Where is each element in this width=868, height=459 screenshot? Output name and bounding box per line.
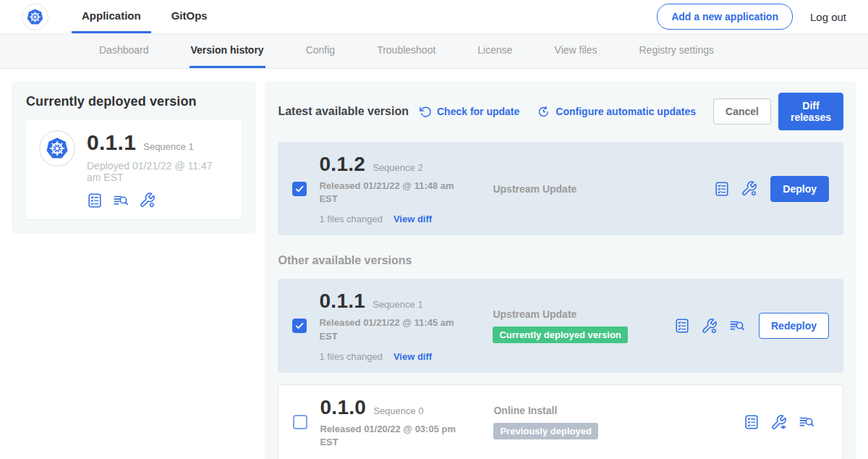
- version-sequence: Sequence 0: [373, 405, 423, 416]
- check-update-icon: [419, 105, 432, 118]
- subnav-tab-view-files[interactable]: View files: [553, 34, 599, 68]
- currently-deployed-badge: Currently deployed version: [493, 327, 627, 343]
- diff-releases-button[interactable]: Diff releases: [778, 93, 843, 130]
- kubernetes-logo: [22, 0, 48, 33]
- version-number: 0.1.0: [320, 396, 366, 419]
- view-config-icon[interactable]: [770, 414, 787, 431]
- deployed-version-sequence: Sequence 1: [143, 141, 193, 152]
- top-tab-gitops[interactable]: GitOps: [161, 0, 218, 33]
- version-sequence: Sequence 1: [373, 299, 422, 310]
- version-row-0-1-0: 0.1.0 Sequence 0 Released 01/20/22 @ 03:…: [278, 384, 843, 459]
- released-timestamp: Released 01/20/22 @ 03:05 pm EST: [320, 423, 456, 449]
- subnav-tab-dashboard[interactable]: Dashboard: [98, 34, 150, 68]
- other-versions-title: Other available versions: [278, 254, 843, 267]
- version-row-0-1-2: 0.1.2 Sequence 2 Released 01/21/22 @ 11:…: [278, 142, 843, 235]
- redeploy-button[interactable]: Redeploy: [759, 313, 829, 339]
- top-nav-tabs: ApplicationGitOps: [72, 0, 228, 33]
- deployed-panel-title: Currently deployed version: [26, 94, 242, 109]
- deployed-version-actions: [87, 192, 229, 209]
- subnav-tab-config[interactable]: Config: [305, 34, 336, 68]
- version-checkbox[interactable]: [293, 415, 307, 429]
- edit-config-icon[interactable]: [741, 180, 757, 197]
- cancel-button[interactable]: Cancel: [713, 98, 771, 125]
- release-notes-icon[interactable]: [112, 193, 129, 209]
- version-number: 0.1.2: [319, 153, 365, 176]
- deploy-button[interactable]: Deploy: [770, 176, 829, 202]
- release-notes-icon[interactable]: [728, 318, 746, 334]
- version-row-0-1-1: 0.1.1 Sequence 1 Released 01/21/22 @ 11:…: [278, 279, 843, 372]
- top-tab-application[interactable]: Application: [72, 0, 151, 33]
- subnav-tab-license[interactable]: License: [476, 34, 514, 68]
- version-checkbox[interactable]: [292, 319, 307, 333]
- subnav-tab-troubleshoot[interactable]: Troubleshoot: [375, 34, 437, 68]
- version-row-actions: [744, 414, 815, 431]
- app-subnav: DashboardVersion historyConfigTroublesho…: [0, 34, 868, 69]
- version-source-label: Upstream Update: [493, 183, 714, 195]
- latest-version-title: Latest available version: [278, 105, 409, 118]
- released-timestamp: Released 01/21/22 @ 11:48 am EST: [319, 180, 455, 206]
- auto-update-icon: [537, 105, 550, 119]
- version-row-actions: [714, 180, 757, 197]
- files-changed-label: 1 files changed: [319, 351, 382, 362]
- version-sequence: Sequence 2: [373, 162, 422, 173]
- version-checkbox[interactable]: [292, 182, 307, 196]
- configure-auto-updates-link[interactable]: Configure automatic updates: [537, 105, 696, 119]
- deployed-version-card: 0.1.1 Sequence 1 Deployed 01/21/22 @ 11:…: [26, 119, 242, 219]
- preflight-checks-icon[interactable]: [714, 181, 730, 197]
- deployed-timestamp: Deployed 01/21/22 @ 11:47 am EST: [87, 160, 229, 183]
- subnav-tab-registry-settings[interactable]: Registry settings: [637, 34, 715, 68]
- version-number: 0.1.1: [319, 290, 365, 313]
- version-history-panel: Latest available version Check for updat…: [265, 81, 856, 459]
- currently-deployed-panel: Currently deployed version: [12, 81, 256, 234]
- version-row-actions: [674, 318, 746, 334]
- latest-version-header: Latest available version Check for updat…: [278, 93, 843, 130]
- version-source-label: Upstream Update: [493, 308, 674, 320]
- view-diff-link[interactable]: View diff: [393, 351, 432, 362]
- edit-config-icon[interactable]: [139, 192, 156, 209]
- subnav-tab-version-history[interactable]: Version history: [190, 34, 265, 68]
- add-application-button[interactable]: Add a new application: [657, 4, 793, 30]
- preflight-checks-icon[interactable]: [744, 414, 760, 430]
- release-notes-icon[interactable]: [798, 414, 815, 430]
- edit-config-icon[interactable]: [701, 318, 718, 334]
- topbar: ApplicationGitOps Add a new application …: [0, 0, 868, 34]
- preflight-checks-icon[interactable]: [674, 318, 690, 334]
- main-content: Currently deployed version: [0, 69, 868, 459]
- released-timestamp: Released 01/21/22 @ 11:45 am EST: [319, 316, 455, 342]
- deployed-version-number: 0.1.1: [87, 130, 136, 155]
- kubernetes-app-icon: [39, 130, 75, 209]
- logout-link[interactable]: Log out: [810, 11, 846, 23]
- preflight-checks-icon[interactable]: [87, 193, 103, 209]
- topbar-right: Add a new application Log out: [657, 0, 846, 33]
- files-changed-label: 1 files changed: [319, 214, 382, 224]
- view-diff-link[interactable]: View diff: [393, 214, 432, 224]
- version-source-label: Online Install: [493, 405, 744, 416]
- check-for-update-link[interactable]: Check for update: [419, 105, 519, 118]
- previously-deployed-badge: Previously deployed: [493, 423, 597, 439]
